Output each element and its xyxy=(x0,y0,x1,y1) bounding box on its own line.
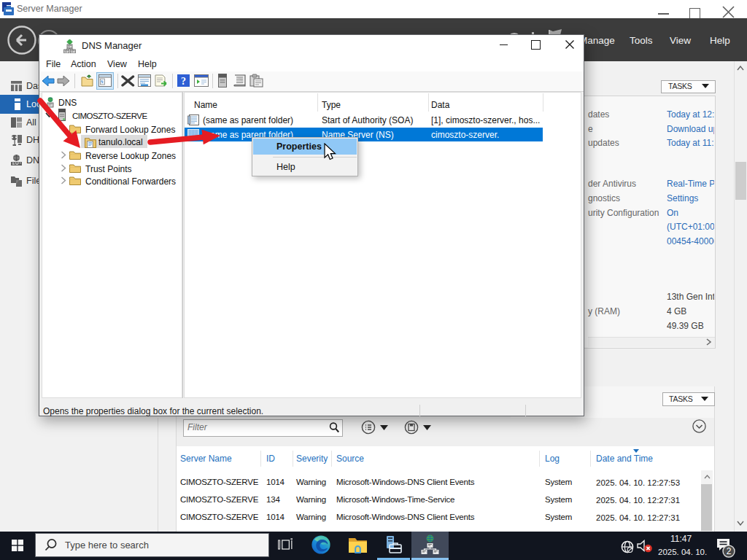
svg-text:2: 2 xyxy=(727,546,732,556)
svg-text:?: ? xyxy=(181,76,186,87)
